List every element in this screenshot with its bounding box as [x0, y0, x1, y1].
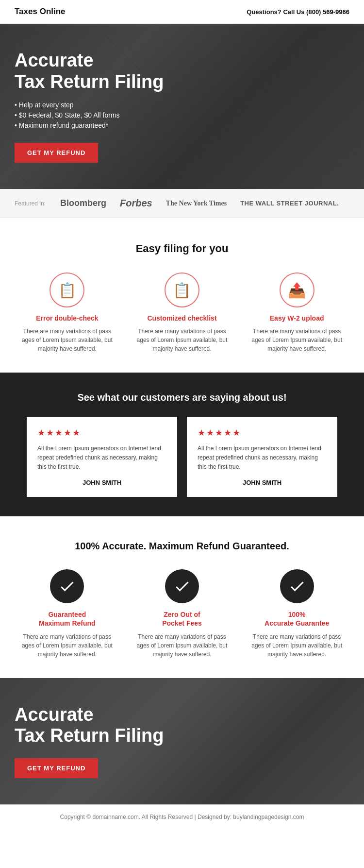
accurate-icon: [280, 569, 314, 603]
max-refund-icon: [50, 569, 84, 603]
bottom-hero-content: AccurateTax Return Filing GET MY REFUND: [15, 704, 164, 778]
testimonial-card-2: ★★★★★ All the Lorem Ipsum generators on …: [187, 417, 337, 497]
bottom-hero-title: AccurateTax Return Filing: [15, 704, 164, 747]
bottom-hero-section: AccurateTax Return Filing GET MY REFUND: [0, 678, 364, 804]
w2-upload-icon-wrap: 📤: [280, 272, 314, 307]
accurate-desc: There are many variations of pass ages o…: [248, 632, 346, 659]
checkmark-icon-3: [288, 578, 306, 595]
site-footer: Copyright © domainname.com. All Rights R…: [0, 804, 364, 829]
easy-filing-title: Easy filing for you: [15, 242, 349, 255]
hero-bullet-2: $0 Federal, $0 State, $0 All forms: [15, 111, 164, 119]
guarantee-title: 100% Accurate. Maximum Refund Guaranteed…: [15, 541, 349, 552]
footer-text: Copyright © domainname.com. All Rights R…: [60, 814, 304, 820]
feature-checklist: 📋 Customized checklist There are many va…: [133, 272, 231, 353]
max-refund-desc: There are many variations of pass ages o…: [18, 632, 116, 659]
testimonial-author-2: JOHN SMITH: [198, 479, 327, 486]
checklist-icon: 📋: [173, 282, 191, 299]
guarantee-accurate: 100%Accurate Guarantee There are many va…: [248, 569, 346, 659]
checkmark-icon-1: [58, 578, 76, 595]
w2-upload-desc: There are many variations of pass ages o…: [248, 327, 346, 353]
checkmark-icon-2: [173, 578, 191, 595]
hero-bullet-3: Maximum refund guaranteed*: [15, 121, 164, 129]
checklist-desc: There are many variations of pass ages o…: [133, 327, 231, 353]
checklist-icon-wrap: 📋: [165, 272, 199, 307]
checklist-title: Customized checklist: [147, 314, 216, 322]
site-header: Taxes Online Questions? Call Us (800) 56…: [0, 0, 364, 24]
hero-content: AccurateTax Return Filing Help at every …: [15, 50, 164, 163]
site-logo: Taxes Online: [15, 7, 66, 17]
error-check-desc: There are many variations of pass ages o…: [18, 327, 116, 353]
upload-icon: 📤: [288, 282, 306, 299]
bottom-hero-cta-button[interactable]: GET MY REFUND: [15, 758, 98, 778]
error-check-icon-wrap: 📋: [50, 272, 84, 307]
testimonial-text-2: All the Lorem Ipsum generators on Intern…: [198, 444, 327, 472]
feature-w2-upload: 📤 Easy W-2 upload There are many variati…: [248, 272, 346, 353]
wsj-logo: THE WALL STREET JOURNAL.: [240, 200, 339, 207]
error-check-title: Error double-check: [36, 314, 98, 322]
zero-fees-title: Zero Out ofPocket Fees: [162, 610, 202, 628]
testimonial-text-1: All the Lorem Ipsum generators on Intern…: [37, 444, 166, 472]
guarantee-section: 100% Accurate. Maximum Refund Guaranteed…: [0, 516, 364, 678]
zero-fees-icon: [165, 569, 199, 603]
guarantee-zero-fees: Zero Out ofPocket Fees There are many va…: [133, 569, 231, 659]
hero-section: AccurateTax Return Filing Help at every …: [0, 24, 364, 189]
w2-upload-title: Easy W-2 upload: [270, 314, 324, 322]
testimonials-title: See what our customers are saying about …: [15, 392, 349, 403]
document-check-icon: 📋: [58, 282, 76, 299]
testimonial-card-1: ★★★★★ All the Lorem Ipsum generators on …: [27, 417, 177, 497]
hero-bullet-list: Help at every step $0 Federal, $0 State,…: [15, 101, 164, 129]
nyt-logo: The New York Times: [166, 200, 227, 207]
stars-1: ★★★★★: [37, 427, 166, 438]
easy-filing-section: Easy filing for you 📋 Error double-check…: [0, 218, 364, 373]
featured-label: Featured in:: [15, 200, 46, 207]
stars-2: ★★★★★: [198, 427, 327, 438]
featured-logos: Bloomberg Forbes The New York Times THE …: [60, 198, 339, 209]
testimonials-section: See what our customers are saying about …: [0, 373, 364, 516]
hero-title: AccurateTax Return Filing: [15, 50, 164, 92]
features-grid: 📋 Error double-check There are many vari…: [15, 272, 349, 353]
guarantee-max-refund: GuaranteedMaximum Refund There are many …: [18, 569, 116, 659]
featured-bar: Featured in: Bloomberg Forbes The New Yo…: [0, 189, 364, 218]
accurate-title: 100%Accurate Guarantee: [265, 610, 329, 628]
phone-number: (800) 569-9966: [306, 8, 349, 16]
forbes-logo: Forbes: [120, 198, 152, 209]
testimonials-grid: ★★★★★ All the Lorem Ipsum generators on …: [15, 417, 349, 497]
zero-fees-desc: There are many variations of pass ages o…: [133, 632, 231, 659]
testimonial-author-1: JOHN SMITH: [37, 479, 166, 486]
guarantee-grid: GuaranteedMaximum Refund There are many …: [15, 569, 349, 659]
hero-cta-button[interactable]: GET MY REFUND: [15, 143, 98, 163]
max-refund-title: GuaranteedMaximum Refund: [39, 610, 96, 628]
bloomberg-logo: Bloomberg: [60, 198, 106, 208]
contact-prefix: Questions? Call Us: [247, 8, 306, 16]
feature-error-check: 📋 Error double-check There are many vari…: [18, 272, 116, 353]
hero-bullet-1: Help at every step: [15, 101, 164, 109]
header-contact: Questions? Call Us (800) 569-9966: [247, 8, 349, 16]
